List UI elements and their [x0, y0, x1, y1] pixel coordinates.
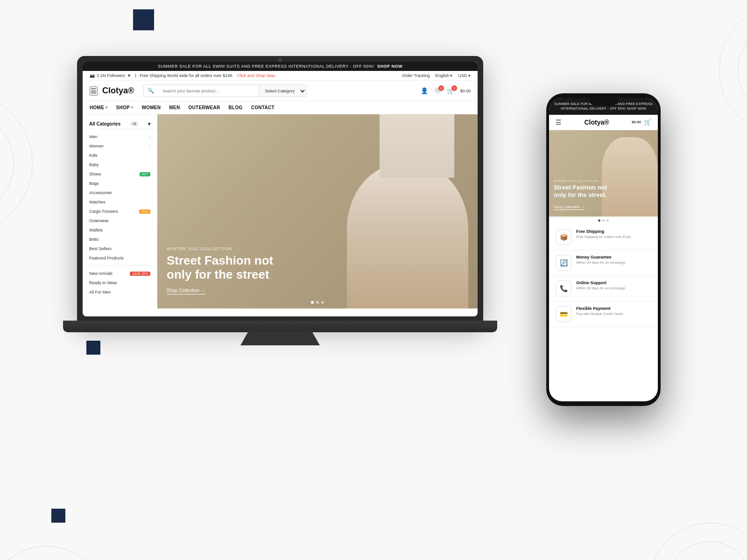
sidebar-item-accessories[interactable]: Accessories — [83, 188, 157, 197]
sidebar-item-men[interactable]: Men › — [83, 132, 157, 141]
cart-button[interactable]: 🛒 0 — [447, 87, 454, 94]
free-shipping-title: Free Shipping — [576, 229, 631, 234]
phone-dot-2[interactable] — [602, 219, 605, 222]
site-logo: Clotya® — [102, 86, 134, 96]
hot-badge: HOT — [140, 172, 150, 176]
nav-men[interactable]: MEN — [169, 105, 180, 110]
announcement-bar: SUMMER SALE FOR ALL SWIM SUITS AND FREE … — [83, 62, 478, 71]
phone-hero-title: Street Fashion not only for the street. — [554, 184, 610, 198]
nav-home[interactable]: HOME ▾ — [90, 105, 108, 110]
account-button[interactable]: 👤 — [421, 87, 428, 94]
nav-women[interactable]: WOMEN — [141, 105, 161, 110]
nav-shop[interactable]: SHOP ▾ — [116, 105, 134, 110]
flexible-payment-desc: Pay with Multiple Credit Cards. — [576, 312, 624, 316]
social-followers[interactable]: 📷 3.1M Followers ▼ — [90, 73, 131, 78]
money-guarantee-title: Money Guarantee — [576, 255, 626, 259]
phone-dot-3[interactable] — [606, 219, 609, 222]
hero-dots — [311, 301, 324, 304]
flexible-payment-text: Flexible Payment Pay with Multiple Credi… — [576, 306, 624, 316]
phone-hero-cta[interactable]: Shop Collection → — [554, 205, 585, 210]
online-support-title: Online Support — [576, 280, 626, 285]
phone-device: SUMMER SALE FOR ALL SWIM SUITS AND FREE … — [546, 93, 661, 406]
sidebar-item-all-for-men[interactable]: All For Men — [83, 287, 157, 297]
free-shipping-text: Free Shipping Free Shipping for orders o… — [576, 229, 631, 239]
free-shipping-desc: Free Shipping for orders over £130. — [576, 235, 631, 239]
click-link[interactable]: Click and Shop Now. — [237, 73, 276, 78]
phone-hamburger-button[interactable]: ☰ — [556, 119, 562, 126]
sidebar-item-ready-to-wear[interactable]: Ready to Wear — [83, 278, 157, 287]
hero-cta-button[interactable]: Shop Collection → — [167, 288, 205, 294]
sidebar-item-shoes[interactable]: Shoes HOT — [83, 169, 157, 179]
sidebar-item-featured[interactable]: Featured Products — [83, 253, 157, 263]
sidebar-item-new-arrivals[interactable]: New Arrivals SAVE 25% — [83, 269, 157, 278]
phone-header: ☰ Clotya® $0.00 🛒 — [549, 115, 658, 130]
hero-dot-1[interactable] — [311, 301, 314, 304]
feature-online-support: 📞 Online Support Within 30 days for an e… — [549, 276, 658, 301]
utility-left: 📷 3.1M Followers ▼ | Free Shipping World… — [90, 73, 276, 78]
followers-count: 3.1M Followers — [97, 73, 125, 78]
flexible-payment-icon: 💳 — [556, 306, 571, 322]
hero-background: WINTER 2022 COLLECTION Street Fashion no… — [157, 114, 478, 308]
laptop-base — [63, 321, 497, 332]
main-body: All Categories 72 ▾ Men › Women › — [83, 114, 478, 308]
sidebar-header: All Categories 72 ▾ — [83, 119, 157, 129]
sidebar-item-women[interactable]: Women › — [83, 141, 157, 151]
phone-logo: Clotya® — [584, 119, 609, 126]
announcement-text: SUMMER SALE FOR ALL SWIM SUITS AND FREE … — [158, 64, 374, 69]
phone-hero-subtitle: WINTER 2022 COLLECTION — [554, 180, 610, 182]
phone-hero-dots — [549, 217, 658, 224]
sidebar-item-bags[interactable]: Bags — [83, 179, 157, 188]
laptop-stand — [240, 331, 320, 345]
cart-badge: 0 — [451, 85, 457, 91]
category-sidebar: All Categories 72 ▾ Men › Women › — [83, 114, 157, 308]
phone-hero-section: WINTER 2022 COLLECTION Street Fashion no… — [549, 130, 658, 217]
wishlist-button[interactable]: 🤍 0 — [434, 87, 441, 94]
phone-dot-1[interactable] — [598, 219, 600, 222]
phone-cart-icon[interactable]: 🛒 — [644, 119, 651, 126]
nav-contact[interactable]: CONTACT — [251, 105, 275, 110]
nav-blog[interactable]: BLOG — [229, 105, 243, 110]
category-select[interactable]: Select Category — [259, 85, 306, 97]
arrow-icon: › — [149, 144, 150, 148]
online-support-text: Online Support Within 30 days for an exc… — [576, 280, 626, 290]
sidebar-divider — [83, 266, 157, 266]
followers-dropdown: ▼ — [127, 73, 131, 78]
site-header: ☰ Clotya® 🔍 Select Category 👤 🤍 0 — [83, 81, 478, 101]
category-count: 72 — [130, 121, 139, 126]
hero-dot-2[interactable] — [316, 301, 319, 304]
hero-text: WINTER 2022 COLLECTION Street Fashion no… — [167, 246, 288, 294]
utility-divider: | — [135, 73, 136, 78]
money-guarantee-icon: 🔄 — [556, 255, 571, 271]
header-actions: 👤 🤍 0 🛒 0 $0.00 — [421, 87, 471, 94]
hamburger-button[interactable]: ☰ — [90, 86, 98, 96]
phone-hero-text: WINTER 2022 COLLECTION Street Fashion no… — [554, 180, 610, 210]
flexible-payment-title: Flexible Payment — [576, 306, 624, 311]
arrow-icon: › — [149, 134, 150, 139]
sidebar-item-cargo-trousers[interactable]: Cargo Trousers NEW — [83, 207, 157, 216]
deco-square-1 — [133, 9, 154, 30]
new-badge: NEW — [139, 210, 150, 214]
online-support-icon: 📞 — [556, 280, 571, 296]
sidebar-title: All Categories — [89, 121, 120, 126]
phone-notch — [590, 98, 618, 105]
sidebar-item-kids[interactable]: Kids — [83, 151, 157, 160]
sidebar-item-belts[interactable]: Belts — [83, 235, 157, 244]
sidebar-item-outerwear[interactable]: Outerwear — [83, 216, 157, 225]
feature-money-guarantee: 🔄 Money Guarantee Within 30 days for an … — [549, 250, 658, 276]
search-input[interactable] — [158, 86, 259, 96]
currency-selector[interactable]: USD ▾ — [458, 73, 471, 78]
money-guarantee-desc: Within 30 days for an exchange. — [576, 260, 626, 265]
hero-dot-3[interactable] — [321, 301, 324, 304]
utility-right: Order Tracking English ▾ USD ▾ — [402, 73, 471, 78]
order-tracking-link[interactable]: Order Tracking — [402, 73, 430, 78]
nav-outerwear[interactable]: OUTERWEAR — [188, 105, 220, 110]
search-bar: 🔍 Select Category — [143, 84, 307, 97]
sidebar-item-wallets[interactable]: Wallets — [83, 225, 157, 235]
sidebar-toggle[interactable]: ▾ — [148, 121, 150, 126]
language-selector[interactable]: English ▾ — [435, 73, 452, 78]
announcement-cta[interactable]: SHOP NOW — [377, 64, 402, 69]
sidebar-item-best-sellers[interactable]: Best Sellers — [83, 244, 157, 253]
sidebar-item-watches[interactable]: Watches — [83, 197, 157, 207]
sidebar-item-baby[interactable]: Baby — [83, 160, 157, 169]
phone-screen: SUMMER SALE FOR ALL SWIM SUITS AND FREE … — [549, 98, 658, 401]
